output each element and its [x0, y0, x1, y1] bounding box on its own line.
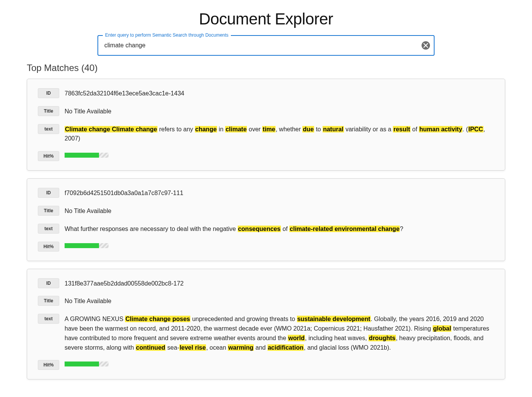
result-card[interactable]: ID7863fc52da32104f6e13ece5ae3cac1e-1434T…: [27, 79, 505, 171]
hit-bar-fill: [65, 361, 99, 366]
hit-bar: [65, 153, 109, 158]
hit-bar-container: [65, 151, 494, 158]
page-title: Document Explorer: [0, 10, 532, 28]
hit-bar: [65, 361, 109, 366]
search-field[interactable]: Enter query to perform Semantic Search t…: [97, 35, 435, 56]
id-label: ID: [38, 278, 59, 288]
hit-bar-fill: [65, 243, 99, 248]
id-value: 7863fc52da32104f6e13ece5ae3cac1e-1434: [65, 88, 494, 98]
results-heading: Top Matches (40): [27, 63, 532, 73]
result-card[interactable]: ID131f8e377aae5b2ddad00558de002bc8-172Ti…: [27, 269, 505, 380]
title-value: No Title Available: [65, 106, 494, 116]
result-card[interactable]: IDf7092b6d4251501db0a3a0a1a7c87c97-111Ti…: [27, 178, 505, 261]
hit-bar-container: [65, 360, 494, 366]
title-value: No Title Available: [65, 206, 494, 216]
close-icon: [423, 43, 428, 48]
title-value: No Title Available: [65, 296, 494, 306]
hit-label: Hit%: [38, 360, 59, 370]
id-value: 131f8e377aae5b2ddad00558de002bc8-172: [65, 278, 494, 289]
title-label: Title: [38, 296, 59, 306]
text-value: What further responses are necessary to …: [65, 224, 494, 234]
text-value: Climate change Climate change refers to …: [65, 124, 494, 144]
clear-search-button[interactable]: [422, 41, 430, 50]
id-label: ID: [38, 88, 59, 98]
hit-label: Hit%: [38, 242, 59, 252]
text-label: text: [38, 224, 59, 234]
id-label: ID: [38, 188, 59, 198]
search-label: Enter query to perform Semantic Search t…: [103, 32, 231, 38]
search-container: Enter query to perform Semantic Search t…: [97, 35, 435, 56]
title-label: Title: [38, 106, 59, 116]
results-list: ID7863fc52da32104f6e13ece5ae3cac1e-1434T…: [0, 79, 532, 391]
title-label: Title: [38, 206, 59, 216]
text-value: A GROWING NEXUS Climate change poses unp…: [65, 314, 494, 352]
text-label: text: [38, 314, 59, 324]
text-label: text: [38, 124, 59, 134]
hit-label: Hit%: [38, 151, 59, 161]
search-input[interactable]: [104, 42, 416, 49]
id-value: f7092b6d4251501db0a3a0a1a7c87c97-111: [65, 188, 494, 198]
hit-bar-fill: [65, 153, 99, 158]
hit-bar-container: [65, 242, 494, 248]
hit-bar: [65, 243, 109, 248]
